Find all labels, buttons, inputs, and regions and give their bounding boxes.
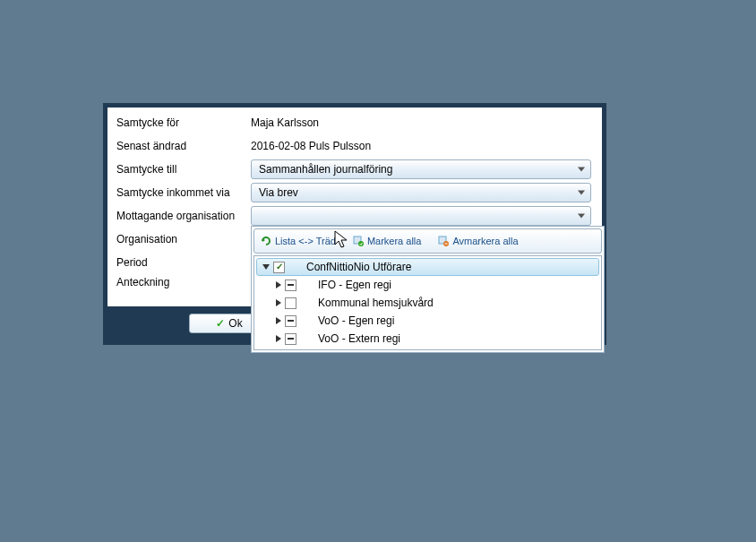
dropdown-inkommet-via-text: Via brev — [259, 186, 298, 199]
tree-child-row[interactable]: Kommunal hemsjukvård — [254, 294, 601, 312]
refresh-icon — [260, 235, 272, 247]
chevron-down-icon — [578, 191, 585, 195]
lista-trad-link[interactable]: Lista <-> Träd — [260, 235, 336, 247]
form-body: Samtycke för Maja Karlsson Senast ändrad… — [107, 108, 602, 306]
markera-alla-text: Markera alla — [367, 236, 422, 246]
svg-rect-4 — [445, 244, 448, 245]
tree-root-row[interactable]: ConfNittioNio Utförare — [256, 258, 599, 276]
chevron-down-icon — [578, 214, 585, 219]
value-senast-andrad: 2016-02-08 Puls Pulsson — [251, 140, 591, 152]
label-anteckning: Anteckning — [116, 276, 251, 288]
label-senast-andrad: Senast ändrad — [116, 140, 251, 152]
label-inkommet-via: Samtycke inkommet via — [116, 186, 251, 199]
tree-child-label: Kommunal hemsjukvård — [318, 297, 434, 309]
avmarkera-alla-text: Avmarkera alla — [452, 236, 518, 246]
tree-root-checkbox[interactable] — [273, 262, 285, 273]
expand-caret-icon[interactable] — [276, 299, 281, 306]
check-icon: ✓ — [216, 317, 225, 330]
dropdown-samtycke-till[interactable]: Sammanhållen journalföring — [251, 159, 591, 179]
tree-child-row[interactable]: VoO - Egen regi — [254, 312, 601, 330]
dropdown-mottagande[interactable] — [251, 206, 591, 226]
label-mottagande: Mottagande organisation — [116, 210, 251, 222]
tree-child-label: VoO - Egen regi — [318, 314, 394, 327]
chevron-down-icon — [578, 168, 585, 172]
dropdown-inkommet-via[interactable]: Via brev — [251, 183, 591, 202]
tree-child-checkbox[interactable] — [285, 297, 296, 309]
select-all-icon — [352, 235, 365, 247]
consent-dialog: Samtycke för Maja Karlsson Senast ändrad… — [103, 103, 606, 345]
expand-caret-icon[interactable] — [262, 264, 270, 270]
expand-caret-icon[interactable] — [276, 335, 281, 342]
tree-child-checkbox[interactable] — [285, 280, 296, 291]
avmarkera-alla-link[interactable]: Avmarkera alla — [437, 235, 518, 247]
label-period: Period — [116, 256, 251, 269]
tree-child-row[interactable]: VoO - Extern regi — [254, 330, 601, 348]
expand-caret-icon[interactable] — [276, 281, 281, 288]
tree-child-checkbox[interactable] — [285, 315, 296, 327]
tree-child-label: VoO - Extern regi — [318, 332, 400, 345]
label-organisation: Organisation — [116, 233, 251, 245]
label-samtycke-for: Samtycke för — [116, 116, 251, 129]
tree-child-row[interactable]: IFO - Egen regi — [254, 276, 601, 294]
dropdown-samtycke-till-text: Sammanhållen journalföring — [259, 163, 392, 176]
value-samtycke-for: Maja Karlsson — [251, 116, 591, 129]
tree-root-label: ConfNittioNio Utförare — [306, 261, 411, 273]
ok-button-label: Ok — [228, 317, 242, 330]
organisation-dropdown-panel: Lista <-> Träd Markera alla — [251, 226, 605, 353]
lista-trad-text: Lista <-> Träd — [275, 236, 336, 246]
organisation-tree: ConfNittioNio Utförare IFO - Egen regi K… — [253, 255, 602, 350]
label-samtycke-till: Samtycke till — [116, 163, 251, 176]
expand-caret-icon[interactable] — [276, 317, 281, 324]
markera-alla-link[interactable]: Markera alla — [352, 235, 422, 247]
tree-child-label: IFO - Egen regi — [318, 279, 391, 291]
tree-child-checkbox[interactable] — [285, 333, 296, 345]
panel-toolbar: Lista <-> Träd Markera alla — [253, 228, 602, 254]
deselect-all-icon — [437, 235, 450, 247]
